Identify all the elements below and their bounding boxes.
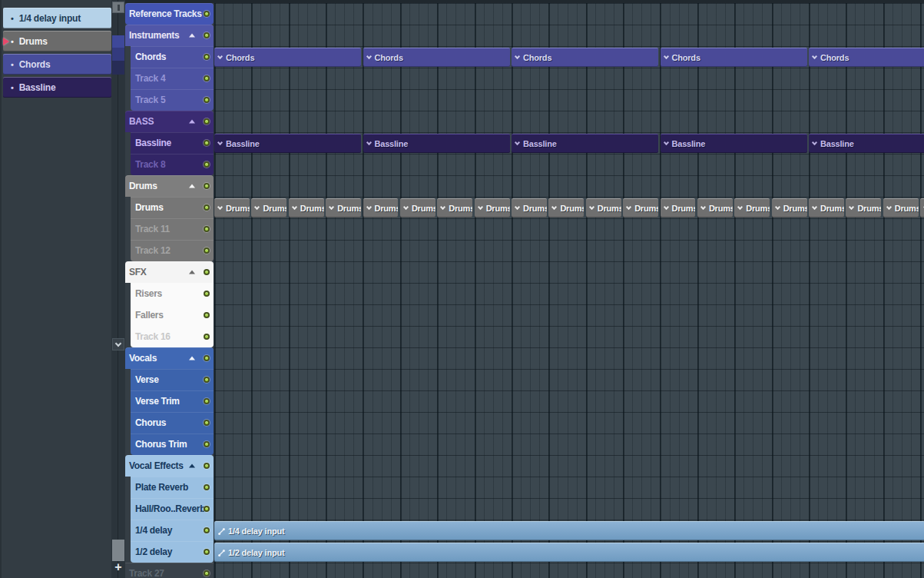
track-header-track-8-8[interactable]: Track 8 bbox=[131, 154, 214, 175]
collapse-arrow-icon[interactable] bbox=[189, 34, 195, 38]
pattern-clip-drums[interactable]: Drums bbox=[586, 198, 621, 218]
track-header-reference-tracks-1[interactable]: Reference Tracks bbox=[125, 3, 214, 25]
pattern-clip-drums[interactable]: Drums bbox=[548, 198, 584, 218]
clip-menu-chevron-icon[interactable] bbox=[366, 54, 371, 59]
track-header-track-4-4[interactable]: Track 4 bbox=[131, 68, 214, 89]
collapse-arrow-icon[interactable] bbox=[189, 464, 195, 468]
track-header-1-4-delay-25[interactable]: 1/4 delay bbox=[131, 520, 214, 541]
track-header-vocal-effects-22[interactable]: Vocal Effects bbox=[125, 455, 214, 477]
pattern-clip-drums[interactable]: Drums bbox=[400, 198, 436, 218]
pattern-clip-drums[interactable]: Drums bbox=[734, 198, 770, 218]
track-mute-led[interactable] bbox=[204, 140, 210, 146]
clip-menu-chevron-icon[interactable] bbox=[217, 140, 223, 145]
clip-menu-chevron-icon[interactable] bbox=[440, 204, 445, 210]
pattern-clip-chords[interactable]: Chords bbox=[214, 48, 361, 67]
pattern-clip-drums[interactable]: Drums bbox=[661, 198, 696, 218]
clip-menu-chevron-icon[interactable] bbox=[663, 204, 668, 210]
clip-menu-chevron-icon[interactable] bbox=[403, 204, 409, 210]
track-header-track-12-12[interactable]: Track 12 bbox=[131, 240, 214, 261]
clip-menu-chevron-icon[interactable] bbox=[478, 204, 483, 210]
playlist-grid[interactable]: ChordsChordsChordsChordsChordsBasslineBa… bbox=[214, 3, 924, 578]
track-header-drums-10[interactable]: Drums bbox=[131, 197, 214, 218]
track-mute-led[interactable] bbox=[204, 97, 210, 103]
pattern-clip-drums[interactable]: Drums bbox=[809, 198, 844, 218]
picker-item-1-4-delay-input[interactable]: •1/4 delay input bbox=[3, 8, 111, 28]
pattern-clip-drums[interactable]: Drums bbox=[289, 198, 324, 218]
track-header-drums-9[interactable]: Drums bbox=[125, 175, 214, 197]
track-mute-led[interactable] bbox=[204, 291, 210, 297]
pattern-clip-drums[interactable]: Drums bbox=[772, 198, 807, 218]
picker-item-bassline[interactable]: •Bassline bbox=[3, 77, 111, 98]
track-header-plate-reverb-23[interactable]: Plate Reverb bbox=[131, 477, 214, 498]
pattern-clip-bassline[interactable]: Bassline bbox=[363, 134, 510, 153]
track-mute-led[interactable] bbox=[204, 204, 210, 211]
track-mute-led[interactable] bbox=[204, 484, 210, 490]
clip-menu-chevron-icon[interactable] bbox=[292, 204, 297, 210]
track-mute-led[interactable] bbox=[204, 247, 210, 254]
track-header-fallers-15[interactable]: Fallers bbox=[131, 304, 214, 326]
clip-menu-chevron-icon[interactable] bbox=[849, 204, 854, 210]
pattern-clip-bassline[interactable]: Bassline bbox=[661, 134, 807, 153]
pattern-clip-chords[interactable]: Chords bbox=[512, 48, 658, 67]
playlist-vertical-scrollbar[interactable]: + bbox=[111, 0, 125, 578]
track-mute-led[interactable] bbox=[204, 441, 210, 447]
pattern-clip-drums[interactable]: Drums bbox=[697, 198, 733, 218]
track-header-chords-3[interactable]: Chords bbox=[131, 46, 214, 68]
clip-menu-chevron-icon[interactable] bbox=[812, 54, 817, 59]
track-mute-led[interactable] bbox=[204, 75, 210, 81]
clip-menu-chevron-icon[interactable] bbox=[366, 204, 371, 210]
track-mute-led[interactable] bbox=[204, 377, 210, 383]
track-mute-led[interactable] bbox=[204, 11, 210, 17]
pattern-clip-drums[interactable]: Drums bbox=[512, 198, 547, 218]
scrollbar-top-button[interactable] bbox=[112, 2, 124, 13]
pattern-clip-bassline[interactable]: Bassline bbox=[214, 134, 361, 153]
track-mute-led[interactable] bbox=[204, 312, 210, 318]
track-header-track-16-16[interactable]: Track 16 bbox=[131, 326, 214, 347]
track-mute-led[interactable] bbox=[204, 226, 210, 232]
track-header-vocals-17[interactable]: Vocals bbox=[125, 347, 214, 369]
pattern-clip-chords[interactable]: Chords bbox=[809, 48, 924, 67]
track-header-hall-roo-reverb-24[interactable]: Hall/Roo..Reverb bbox=[131, 498, 214, 520]
clip-menu-chevron-icon[interactable] bbox=[663, 140, 668, 145]
clip-menu-chevron-icon[interactable] bbox=[663, 54, 668, 59]
track-header-track-11-11[interactable]: Track 11 bbox=[131, 218, 214, 240]
clip-menu-chevron-icon[interactable] bbox=[254, 204, 260, 210]
pattern-clip-bassline[interactable]: Bassline bbox=[512, 134, 658, 153]
clip-menu-chevron-icon[interactable] bbox=[551, 204, 557, 210]
clip-menu-chevron-icon[interactable] bbox=[812, 204, 817, 210]
track-mute-led[interactable] bbox=[204, 420, 210, 426]
track-header-chorus-trim-21[interactable]: Chorus Trim bbox=[131, 434, 214, 455]
clip-menu-chevron-icon[interactable] bbox=[329, 204, 334, 210]
pattern-clip-drums[interactable]: Drums bbox=[623, 198, 658, 218]
pattern-clip-chords[interactable]: Chords bbox=[363, 48, 510, 67]
pattern-clip-chords[interactable]: Chords bbox=[661, 48, 807, 67]
clip-menu-chevron-icon[interactable] bbox=[700, 204, 706, 210]
track-header-chorus-20[interactable]: Chorus bbox=[131, 412, 214, 434]
track-mute-led[interactable] bbox=[204, 334, 210, 340]
clip-menu-chevron-icon[interactable] bbox=[626, 204, 631, 210]
track-header-verse-trim-19[interactable]: Verse Trim bbox=[131, 390, 214, 412]
track-header-verse-18[interactable]: Verse bbox=[131, 369, 214, 390]
track-header-instruments-2[interactable]: Instruments bbox=[125, 25, 214, 46]
pattern-clip-drums[interactable]: Drums bbox=[883, 198, 919, 218]
track-mute-led[interactable] bbox=[204, 527, 210, 533]
clip-menu-chevron-icon[interactable] bbox=[775, 204, 780, 210]
pattern-clip-bassline[interactable]: Bassline bbox=[809, 134, 924, 153]
pattern-clip-drums[interactable]: Drums bbox=[846, 198, 881, 218]
track-mute-led[interactable] bbox=[204, 549, 210, 555]
track-mute-led[interactable] bbox=[204, 54, 210, 60]
pattern-clip-drums[interactable]: Drums bbox=[214, 198, 250, 218]
track-header-sfx-13[interactable]: SFX bbox=[125, 261, 214, 283]
clip-menu-chevron-icon[interactable] bbox=[886, 204, 892, 210]
clip-menu-chevron-icon[interactable] bbox=[737, 204, 743, 210]
track-header-bass-6[interactable]: BASS bbox=[125, 111, 214, 132]
clip-menu-chevron-icon[interactable] bbox=[515, 54, 520, 59]
track-mute-led[interactable] bbox=[204, 161, 210, 168]
track-mute-led[interactable] bbox=[204, 570, 210, 576]
pattern-clip-drums[interactable]: Drums bbox=[326, 198, 361, 218]
clip-menu-chevron-icon[interactable] bbox=[515, 140, 520, 145]
pattern-clip-drums[interactable]: Drums bbox=[475, 198, 510, 218]
pattern-clip-drums[interactable]: Drums bbox=[437, 198, 472, 218]
track-mute-led[interactable] bbox=[204, 118, 210, 125]
collapse-arrow-icon[interactable] bbox=[189, 184, 195, 188]
